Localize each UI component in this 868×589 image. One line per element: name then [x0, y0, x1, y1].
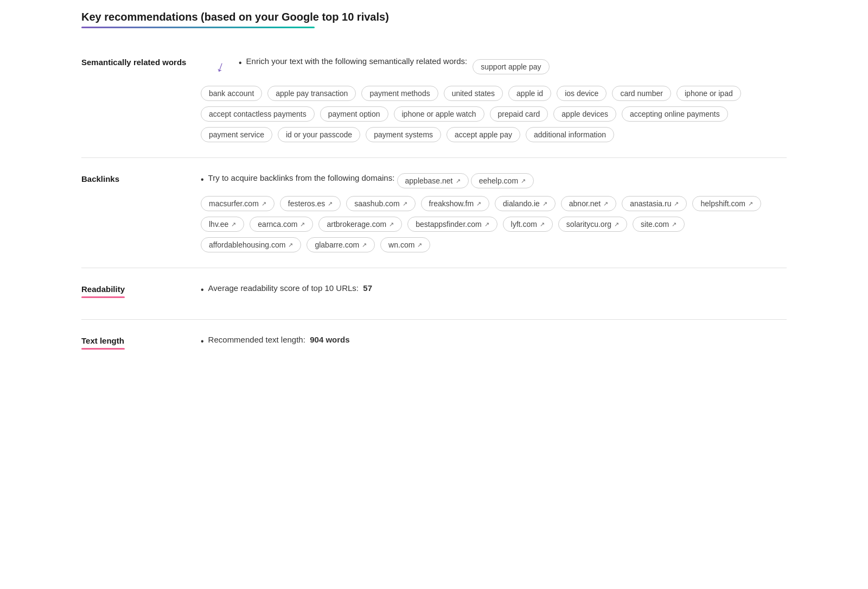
- tag-abnor-net[interactable]: abnor.net ↗: [561, 196, 616, 211]
- tag-id-or-your-passcode[interactable]: id or your passcode: [278, 127, 360, 142]
- readability-section: Readability • Average readability score …: [81, 268, 787, 319]
- external-link-icon: ↗: [288, 242, 293, 249]
- text-length-underline: [81, 348, 125, 350]
- tag-ios-device[interactable]: ios device: [557, 86, 607, 101]
- external-link-icon: ↗: [231, 221, 236, 228]
- tag-helpshift-com[interactable]: helpshift.com ↗: [692, 196, 761, 211]
- tag-lyft-com[interactable]: lyft.com ↗: [503, 217, 553, 232]
- text-length-content: • Recommended text length: 904 words: [201, 335, 787, 356]
- tag-united-states[interactable]: united states: [444, 86, 503, 101]
- external-link-icon: ↗: [674, 200, 679, 207]
- tag-payment-service[interactable]: payment service: [201, 127, 272, 142]
- tag-card-number[interactable]: card number: [612, 86, 671, 101]
- semantically-label: Semantically related words: [81, 56, 201, 142]
- tag-iphone-or-apple-watch[interactable]: iphone or apple watch: [394, 106, 484, 122]
- tag-site-com[interactable]: site.com ↗: [633, 217, 685, 232]
- external-link-icon: ↗: [542, 200, 547, 207]
- tag-accepting-online-payments[interactable]: accepting online payments: [622, 106, 728, 122]
- purple-arrow-icon: ↓: [214, 58, 227, 77]
- backlinks-tags: macsurfer.com ↗ festeros.es ↗ saashub.co…: [201, 196, 787, 252]
- external-link-icon: ↗: [403, 200, 407, 207]
- text-length-bullet: • Recommended text length: 904 words: [201, 335, 787, 348]
- text-length-recommendation: 904 words: [310, 335, 349, 344]
- tag-additional-information[interactable]: additional information: [526, 127, 614, 142]
- semantically-first-row: ↓ • Enrich your text with the following …: [201, 56, 787, 77]
- tag-accept-apple-pay[interactable]: accept apple pay: [446, 127, 520, 142]
- external-link-icon: ↗: [328, 200, 333, 207]
- external-link-icon: ↗: [603, 200, 608, 207]
- tag-wn-com[interactable]: wn.com ↗: [380, 237, 430, 252]
- semantically-content: ↓ • Enrich your text with the following …: [201, 56, 787, 142]
- title-underline: [81, 27, 315, 28]
- tag-artbrokerage-com[interactable]: artbrokerage.com ↗: [318, 217, 402, 232]
- tag-prepaid-card[interactable]: prepaid card: [490, 106, 548, 122]
- tag-affordablehousing-com[interactable]: affordablehousing.com ↗: [201, 237, 301, 252]
- tag-support-apple-pay[interactable]: support apple pay: [473, 59, 549, 74]
- tag-freakshow-fm[interactable]: freakshow.fm ↗: [421, 196, 489, 211]
- bullet-dot: •: [239, 56, 242, 69]
- backlinks-content: • Try to acquire backlinks from the foll…: [201, 173, 787, 252]
- external-link-icon: ↗: [300, 221, 305, 228]
- semantically-bullet-text: Enrich your text with the following sema…: [246, 56, 468, 66]
- external-link-icon: ↗: [389, 221, 394, 228]
- external-link-icon: ↗: [540, 221, 545, 228]
- external-link-icon: ↗: [456, 178, 461, 185]
- external-link-icon: ↗: [261, 200, 266, 207]
- text-length-bullet-text: Recommended text length: 904 words: [208, 335, 350, 344]
- tag-earnca-com[interactable]: earnca.com ↗: [250, 217, 313, 232]
- readability-bullet: • Average readability score of top 10 UR…: [201, 283, 787, 296]
- text-length-section: Text length • Recommended text length: 9…: [81, 319, 787, 371]
- bullet-dot-readability: •: [201, 283, 204, 296]
- backlinks-section: Backlinks • Try to acquire backlinks fro…: [81, 157, 787, 268]
- semantically-tags: bank account apple pay transaction payme…: [201, 86, 787, 142]
- bullet-dot-text-length: •: [201, 335, 204, 348]
- page-title: Key recommendations (based on your Googl…: [81, 11, 787, 23]
- external-link-icon: ↗: [614, 221, 619, 228]
- readability-label: Readability: [81, 283, 201, 304]
- external-link-icon: ↗: [748, 200, 753, 207]
- external-link-icon: ↗: [672, 221, 676, 228]
- external-link-icon: ↗: [417, 242, 422, 249]
- external-link-icon: ↗: [476, 200, 481, 207]
- external-link-icon: ↗: [362, 242, 367, 249]
- semantically-bullet: • Enrich your text with the following se…: [239, 56, 467, 69]
- tag-payment-systems[interactable]: payment systems: [366, 127, 441, 142]
- readability-bullet-text: Average readability score of top 10 URLs…: [208, 283, 372, 293]
- text-length-label: Text length: [81, 335, 201, 356]
- tag-bestappsfinder-com[interactable]: bestappsfinder.com ↗: [407, 217, 497, 232]
- tag-payment-option[interactable]: payment option: [320, 106, 388, 122]
- bullet-dot-backlinks: •: [201, 173, 204, 186]
- tag-anastasia-ru[interactable]: anastasia.ru ↗: [622, 196, 687, 211]
- tag-solaritycu-org[interactable]: solaritycu.org ↗: [558, 217, 627, 232]
- readability-content: • Average readability score of top 10 UR…: [201, 283, 787, 304]
- backlinks-bullet-text: Try to acquire backlinks from the follow…: [208, 173, 395, 182]
- tag-saashub-com[interactable]: saashub.com ↗: [346, 196, 415, 211]
- tag-apple-id[interactable]: apple id: [508, 86, 551, 101]
- tag-iphone-or-ipad[interactable]: iphone or ipad: [676, 86, 741, 101]
- tag-lhv-ee[interactable]: lhv.ee ↗: [201, 217, 244, 232]
- tag-apple-devices[interactable]: apple devices: [553, 106, 616, 122]
- tag-eehelp-com[interactable]: eehelp.com ↗: [471, 173, 534, 188]
- tag-applebase-net[interactable]: applebase.net ↗: [397, 173, 469, 188]
- tag-festeros-es[interactable]: festeros.es ↗: [280, 196, 341, 211]
- external-link-icon: ↗: [484, 221, 489, 228]
- tag-bank-account[interactable]: bank account: [201, 86, 262, 101]
- backlinks-bullet: • Try to acquire backlinks from the foll…: [201, 173, 787, 188]
- backlinks-label: Backlinks: [81, 173, 201, 252]
- tag-payment-methods[interactable]: payment methods: [361, 86, 438, 101]
- readability-underline: [81, 296, 125, 298]
- tag-glabarre-com[interactable]: glabarre.com ↗: [307, 237, 375, 252]
- tag-accept-contactless-payments[interactable]: accept contactless payments: [201, 106, 315, 122]
- semantically-section: Semantically related words ↓ • Enrich yo…: [81, 41, 787, 157]
- tag-apple-pay-transaction[interactable]: apple pay transaction: [267, 86, 356, 101]
- tag-macsurfer-com[interactable]: macsurfer.com ↗: [201, 196, 275, 211]
- external-link-icon: ↗: [521, 178, 526, 185]
- tag-dialando-ie[interactable]: dialando.ie ↗: [495, 196, 556, 211]
- readability-score-value: 57: [363, 283, 372, 293]
